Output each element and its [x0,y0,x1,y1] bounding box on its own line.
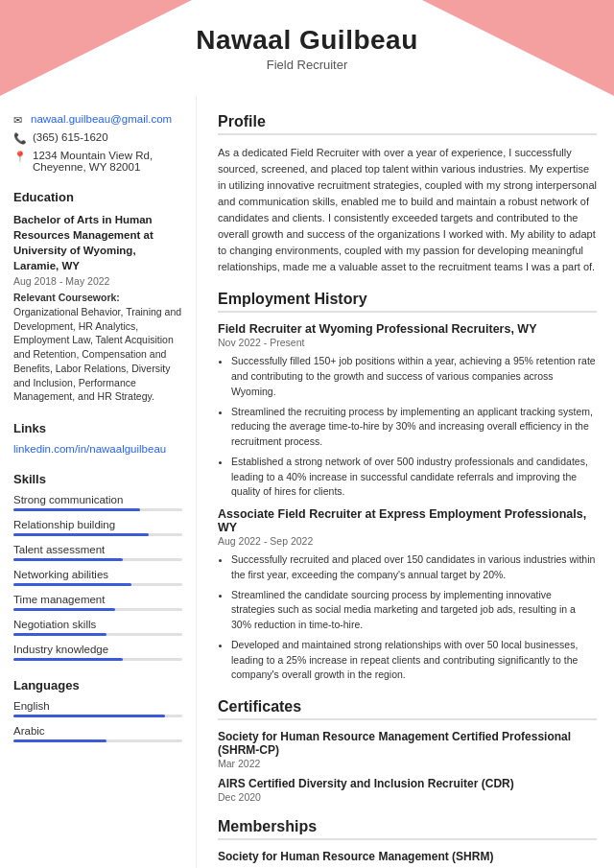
job-period: Nov 2022 - Present [218,337,597,348]
skill-bar-fill [13,533,149,536]
skill-bar-fill [13,558,123,561]
skill-bar-fill [13,658,123,661]
header-background: Nawaal Guilbeau Field Recruiter [0,0,614,96]
education-section: Education Bachelor of Arts in Human Reso… [13,190,182,404]
edu-period: Aug 2018 - May 2022 [13,275,182,287]
skill-name: Strong communication [13,494,182,505]
job-bullet: Streamlined the recruiting process by im… [231,405,597,450]
skill-bar-background [13,633,182,636]
edu-degree: Bachelor of Arts in Human Resources Mana… [13,212,182,273]
skill-name: Talent assessment [13,544,182,555]
job-period: Aug 2022 - Sep 2022 [218,535,597,547]
contact-section: ✉ nawaal.guilbeau@gmail.com 📞 (365) 615-… [13,113,182,173]
skills-section: Skills Strong communication Relationship… [13,472,182,661]
cert-name: Society for Human Resource Management Ce… [218,730,597,757]
languages-section-title: Languages [13,678,182,692]
language-item: English [13,700,182,717]
languages-list: English Arabic [13,700,182,742]
education-section-title: Education [13,190,182,204]
left-column: ✉ nawaal.guilbeau@gmail.com 📞 (365) 615-… [0,96,197,868]
location-icon: 📍 [13,151,27,163]
skill-name: Time management [13,594,182,605]
edu-coursework: Relevant Coursework: Organizational Beha… [13,291,182,404]
skill-bar-background [13,558,182,561]
profile-section-title: Profile [218,113,597,135]
skill-item: Talent assessment [13,544,182,561]
skill-item: Negotiation skills [13,619,182,636]
job-item: Associate Field Recruiter at Express Emp… [218,507,597,683]
skill-bar-fill [13,633,106,636]
skill-item: Time management [13,594,182,611]
job-bullet: Successfully filled 150+ job positions w… [231,354,597,399]
jobs-list: Field Recruiter at Wyoming Professional … [218,322,597,683]
skill-name: Relationship building [13,519,182,530]
job-bullet: Successfully recruited and placed over 1… [231,552,597,583]
coursework-text: Organizational Behavior, Training and De… [13,306,181,402]
memberships-list: Society for Human Resource Management (S… [218,850,597,868]
skill-item: Networking abilities [13,569,182,586]
phone-number: (365) 615-1620 [33,131,108,143]
skill-item: Strong communication [13,494,182,511]
phone-icon: 📞 [13,132,27,145]
linkedin-link[interactable]: linkedin.com/in/nawaalguilbeau [13,443,166,455]
languages-section: Languages English Arabic [13,678,182,742]
skill-bar-background [13,608,182,611]
links-section-title: Links [13,421,182,435]
email-icon: ✉ [13,114,25,127]
certs-list: Society for Human Resource Management Ce… [218,730,597,803]
employment-section: Employment History Field Recruiter at Wy… [218,291,597,683]
language-bar-background [13,715,182,717]
skills-list: Strong communication Relationship buildi… [13,494,182,661]
cert-name: AIRS Certified Diversity and Inclusion R… [218,777,597,790]
skill-name: Industry knowledge [13,644,182,655]
skill-bar-background [13,508,182,511]
skill-name: Networking abilities [13,569,182,580]
employment-section-title: Employment History [218,291,597,313]
membership-name: Society for Human Resource Management (S… [218,850,597,863]
linkedin-link-item: linkedin.com/in/nawaalguilbeau [13,443,182,455]
contact-phone: 📞 (365) 615-1620 [13,131,182,145]
job-title: Field Recruiter at Wyoming Professional … [218,322,597,336]
cert-date: Mar 2022 [218,758,597,769]
cert-item: Society for Human Resource Management Ce… [218,730,597,769]
resume-container: Nawaal Guilbeau Field Recruiter ✉ nawaal… [0,0,614,868]
language-name: English [13,700,182,712]
skill-name: Negotiation skills [13,619,182,630]
skill-bar-background [13,533,182,536]
language-bar-fill [13,715,165,717]
contact-address: 📍 1234 Mountain View Rd, Cheyenne, WY 82… [13,150,182,173]
address-text: 1234 Mountain View Rd, Cheyenne, WY 8200… [33,150,153,173]
language-bar-background [13,739,182,742]
skill-bar-fill [13,508,140,511]
profile-text: As a dedicated Field Recruiter with over… [218,145,597,275]
job-title: Associate Field Recruiter at Express Emp… [218,507,597,534]
skill-bar-background [13,658,182,661]
skills-section-title: Skills [13,472,182,486]
language-bar-fill [13,739,106,742]
body-columns: ✉ nawaal.guilbeau@gmail.com 📞 (365) 615-… [0,96,614,868]
job-item: Field Recruiter at Wyoming Professional … [218,322,597,500]
language-name: Arabic [13,725,182,737]
certificates-section-title: Certificates [218,698,597,720]
certificates-section: Certificates Society for Human Resource … [218,698,597,803]
skill-bar-fill [13,583,131,586]
language-item: Arabic [13,725,182,742]
job-bullet: Developed and maintained strong relation… [231,638,597,683]
links-section: Links linkedin.com/in/nawaalguilbeau [13,421,182,455]
job-bullets: Successfully filled 150+ job positions w… [218,354,597,500]
email-link[interactable]: nawaal.guilbeau@gmail.com [31,113,172,125]
contact-email: ✉ nawaal.guilbeau@gmail.com [13,113,182,127]
job-bullet: Streamlined the candidate sourcing proce… [231,588,597,633]
memberships-section-title: Memberships [218,818,597,840]
right-column: Profile As a dedicated Field Recruiter w… [197,96,614,868]
job-bullets: Successfully recruited and placed over 1… [218,552,597,683]
skill-bar-background [13,583,182,586]
membership-item: Society for Human Resource Management (S… [218,850,597,863]
cert-date: Dec 2020 [218,791,597,803]
skill-bar-fill [13,608,115,611]
cert-item: AIRS Certified Diversity and Inclusion R… [218,777,597,803]
skill-item: Relationship building [13,519,182,536]
profile-section: Profile As a dedicated Field Recruiter w… [218,113,597,275]
memberships-section: Memberships Society for Human Resource M… [218,818,597,868]
skill-item: Industry knowledge [13,644,182,661]
